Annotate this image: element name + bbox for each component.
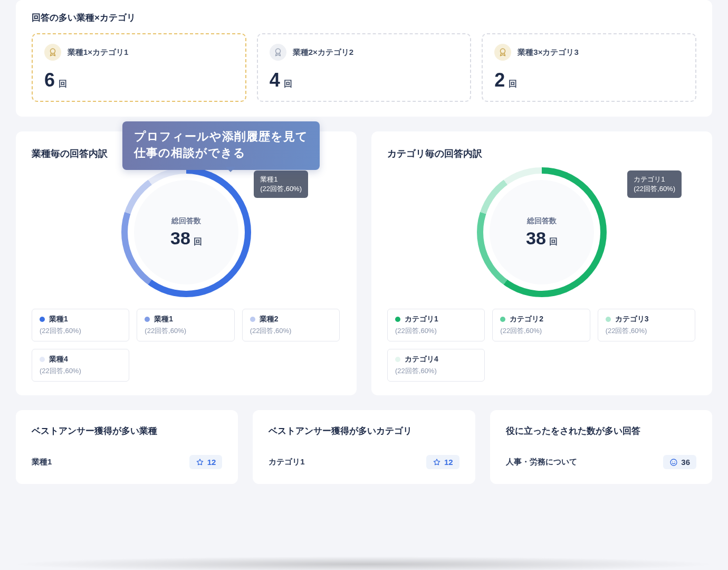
legend-item[interactable]: 業種1 (22回答,60%): [32, 309, 129, 341]
svg-point-2: [501, 49, 505, 53]
legend-name: カテゴリ2: [510, 315, 543, 324]
svg-point-1: [275, 49, 280, 53]
donut-center: 総回答数 38 回: [490, 180, 594, 284]
legend-detail: (22回答,60%): [40, 326, 121, 336]
stat-row-item[interactable]: 人事・労務について 36: [506, 452, 696, 479]
legend-detail: (22回答,60%): [40, 366, 121, 376]
stat-badge: 12: [426, 455, 459, 469]
stat-row-item[interactable]: 業種1 12: [32, 452, 222, 479]
stat-title: ベストアンサー獲得が多い業種: [32, 425, 222, 437]
smile-icon: [669, 458, 678, 467]
legend-detail: (22回答,60%): [395, 366, 477, 376]
stat-title: 役に立ったをされた数が多い回答: [506, 425, 696, 437]
donut-center-label: 総回答数: [171, 216, 201, 226]
medal-bronze-icon: [494, 44, 511, 61]
rank-value: 4: [270, 69, 280, 91]
svg-point-4: [673, 461, 673, 462]
rank-label: 業種2×カテゴリ2: [293, 48, 353, 58]
svg-point-0: [51, 49, 55, 53]
svg-point-5: [675, 461, 675, 462]
promo-line2: 仕事の相談ができる: [134, 145, 308, 162]
legend-detail: (22回答,60%): [500, 326, 582, 336]
legend-dot-icon: [500, 317, 505, 322]
donut-center: 総回答数 38 回: [134, 180, 238, 284]
rank-unit: 回: [509, 79, 517, 90]
rank-value: 2: [494, 69, 504, 91]
legend-dot-icon: [250, 317, 255, 322]
legend-dot-icon: [40, 357, 45, 362]
donut-center-unit: 回: [194, 236, 202, 248]
legend-item[interactable]: 業種2 (22回答,60%): [242, 309, 340, 341]
legend-name: 業種4: [49, 355, 68, 364]
legend-item[interactable]: 業種4 (22回答,60%): [32, 349, 129, 382]
legend-name: カテゴリ1: [405, 315, 438, 324]
donut-tooltip: 業種1 (22回答,60%): [254, 170, 308, 198]
svg-point-3: [670, 459, 677, 466]
rank-unit: 回: [59, 79, 67, 90]
star-icon: [196, 458, 204, 467]
rank-label: 業種1×カテゴリ1: [68, 48, 128, 58]
legend-name: カテゴリ4: [405, 355, 438, 364]
rank-label: 業種3×カテゴリ3: [518, 48, 578, 58]
stat-count: 12: [444, 458, 453, 467]
legend-item[interactable]: カテゴリ3 (22回答,60%): [598, 309, 695, 341]
legend-dot-icon: [40, 317, 45, 322]
rank-value: 6: [44, 69, 54, 91]
rank-row: 業種1×カテゴリ1 6 回 業種2×カテゴリ2 4 回: [32, 33, 696, 102]
legend-dot-icon: [395, 317, 400, 322]
top-ranking-title: 回答の多い業種×カテゴリ: [32, 12, 696, 24]
donut-tooltip-name: カテゴリ1: [634, 175, 675, 184]
rank-unit: 回: [284, 79, 292, 90]
legend-dot-icon: [606, 317, 611, 322]
donut-chart-category[interactable]: 総回答数 38 回 カテゴリ1 (22回答,60%): [387, 167, 696, 297]
promo-line1: プロフィールや添削履歴を見て: [134, 129, 308, 145]
legend-name: カテゴリ3: [615, 315, 649, 324]
legend-item[interactable]: 業種1 (22回答,60%): [137, 309, 234, 341]
donut-card-industry: 業種毎の回答内訳 総回答数 38 回 業種1 (22回答,60%): [16, 131, 357, 395]
legend-item[interactable]: カテゴリ2 (22回答,60%): [492, 309, 590, 341]
top-ranking-card: 回答の多い業種×カテゴリ 業種1×カテゴリ1 6 回: [16, 0, 712, 117]
stat-row-item[interactable]: カテゴリ1 12: [269, 452, 459, 479]
legend-category: カテゴリ1 (22回答,60%) カテゴリ2 (22回答,60%) カテゴリ3 …: [387, 309, 696, 382]
stat-count: 12: [207, 458, 216, 467]
rank-box-2[interactable]: 業種2×カテゴリ2 4 回: [257, 33, 472, 102]
medal-gold-icon: [44, 44, 61, 61]
promo-tooltip: プロフィールや添削履歴を見て 仕事の相談ができる: [122, 121, 320, 170]
donut-tooltip-detail: (22回答,60%): [260, 184, 302, 194]
stat-badge: 36: [663, 455, 696, 469]
stat-count: 36: [681, 458, 690, 467]
donut-tooltip-name: 業種1: [260, 175, 302, 184]
donut-title-category: カテゴリ毎の回答内訳: [387, 147, 696, 160]
stat-badge: 12: [189, 455, 223, 469]
legend-item[interactable]: カテゴリ1 (22回答,60%): [387, 309, 485, 341]
donut-center-value: 38: [170, 228, 190, 249]
stat-item-name: カテゴリ1: [269, 457, 304, 467]
rank-box-1[interactable]: 業種1×カテゴリ1 6 回: [32, 33, 246, 102]
bottom-shadow: [11, 556, 717, 570]
legend-detail: (22回答,60%): [250, 326, 332, 336]
legend-detail: (22回答,60%): [606, 326, 687, 336]
legend-industry: 業種1 (22回答,60%) 業種1 (22回答,60%) 業種2 (22回答,…: [32, 309, 341, 382]
legend-dot-icon: [145, 317, 150, 322]
medal-silver-icon: [270, 44, 286, 61]
stat-card-category: ベストアンサー獲得が多いカテゴリ カテゴリ1 12: [253, 410, 475, 484]
legend-name: 業種1: [49, 315, 68, 324]
stat-card-helpful: 役に立ったをされた数が多い回答 人事・労務について 36: [490, 410, 712, 484]
legend-detail: (22回答,60%): [395, 326, 477, 336]
legend-item[interactable]: カテゴリ4 (22回答,60%): [387, 349, 485, 382]
stat-title: ベストアンサー獲得が多いカテゴリ: [269, 425, 459, 437]
donut-tooltip: カテゴリ1 (22回答,60%): [627, 170, 682, 198]
rank-box-3[interactable]: 業種3×カテゴリ3 2 回: [482, 33, 696, 102]
donut-tooltip-detail: (22回答,60%): [634, 184, 675, 194]
stat-item-name: 業種1: [32, 457, 52, 467]
donut-center-label: 総回答数: [527, 216, 557, 226]
star-icon: [433, 458, 441, 467]
legend-name: 業種2: [260, 315, 279, 324]
donut-center-unit: 回: [549, 236, 558, 248]
donut-card-category: カテゴリ毎の回答内訳 総回答数 38 回 カテゴリ1 (22回答,60%): [371, 131, 712, 395]
legend-detail: (22回答,60%): [145, 326, 226, 336]
donut-chart-industry[interactable]: 総回答数 38 回 業種1 (22回答,60%): [32, 167, 341, 297]
donut-center-value: 38: [526, 228, 546, 249]
legend-name: 業種1: [154, 315, 173, 324]
stat-card-industry: ベストアンサー獲得が多い業種 業種1 12: [16, 410, 238, 484]
